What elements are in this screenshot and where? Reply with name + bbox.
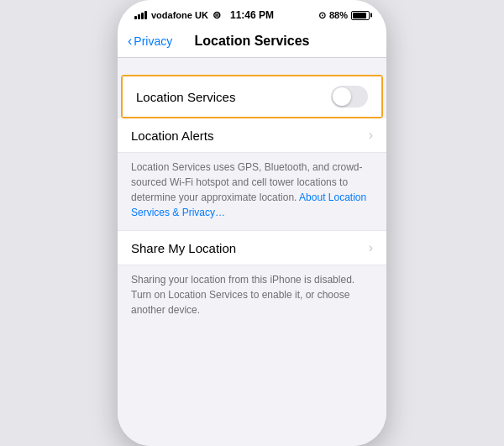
back-button[interactable]: ‹ Privacy: [128, 34, 172, 48]
location-services-row[interactable]: Location Services: [123, 76, 381, 117]
battery-fill: [353, 13, 366, 18]
location-alerts-row[interactable]: Location Alerts ›: [118, 118, 386, 153]
share-my-location-row[interactable]: Share My Location ›: [118, 230, 386, 265]
location-services-highlighted-row: Location Services: [121, 75, 383, 118]
battery-icon: [351, 11, 370, 20]
chevron-right-icon-2: ›: [369, 240, 373, 255]
chevron-right-icon: ›: [369, 128, 373, 143]
status-left: vodafone UK ⊜: [134, 9, 221, 21]
back-label[interactable]: Privacy: [134, 34, 172, 48]
carrier-label: vodafone UK: [151, 10, 208, 20]
chevron-left-icon: ‹: [128, 34, 132, 48]
location-icon: ⊙: [318, 10, 326, 21]
toggle-knob: [333, 87, 351, 106]
location-alerts-group: Location Alerts ›: [118, 118, 386, 153]
settings-content: Location Services Location Alerts › Loca…: [118, 58, 386, 446]
status-right: ⊙ 88%: [318, 10, 370, 21]
phone-frame: vodafone UK ⊜ 11:46 PM ⊙ 88% ‹ Privacy L…: [118, 0, 386, 446]
location-alerts-label: Location Alerts: [131, 129, 213, 143]
location-services-label: Location Services: [136, 90, 235, 104]
wifi-icon: ⊜: [213, 9, 221, 21]
signal-bars: [134, 11, 147, 19]
share-location-description: Sharing your location from this iPhone i…: [118, 265, 386, 331]
status-time: 11:46 PM: [230, 9, 274, 21]
location-services-toggle[interactable]: [331, 86, 368, 108]
location-services-description: Location Services uses GPS, Bluetooth, a…: [118, 153, 386, 230]
share-location-group: Share My Location ›: [118, 230, 386, 265]
nav-title: Location Services: [195, 34, 310, 49]
share-my-location-label: Share My Location: [131, 241, 236, 255]
status-bar: vodafone UK ⊜ 11:46 PM ⊙ 88%: [118, 0, 386, 27]
battery-percent-label: 88%: [329, 10, 348, 20]
nav-bar: ‹ Privacy Location Services: [118, 27, 386, 58]
share-location-desc-text: Sharing your location from this iPhone i…: [131, 274, 354, 316]
